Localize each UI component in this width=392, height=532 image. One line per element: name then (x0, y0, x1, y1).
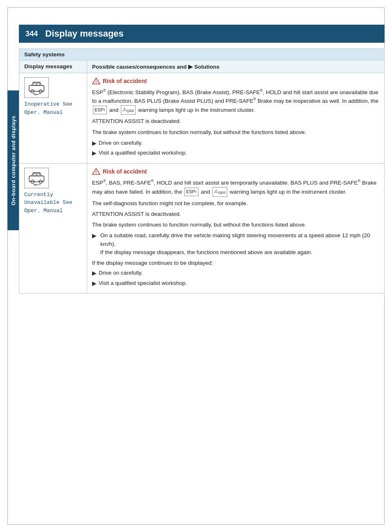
risk-triangle-icon-2: ! (92, 168, 100, 175)
header-bar: 344 Display messages (19, 25, 385, 43)
solutions-cell-1: ! Risk of accident ESP® (Electronic Stab… (87, 73, 385, 164)
display-code-2: Currently Unavailable See Oper. Manual (24, 191, 82, 215)
svg-rect-11 (37, 173, 39, 176)
table-row: Inoperative See Oper. Manual ! Risk of a… (19, 73, 385, 164)
inline-icon-off: ⚠OFF (121, 105, 136, 115)
car-icon-2 (28, 170, 46, 186)
para-2-3: ATTENTION ASSIST is deactivated. (92, 210, 379, 218)
car-icon-box-2 (24, 168, 49, 188)
page-title: Display messages (45, 28, 124, 39)
display-cell-2: Currently Unavailable See Oper. Manual (19, 163, 87, 293)
para-2-4: The brake system continues to function n… (92, 221, 379, 229)
para-2-2: The self-diagnosis function might not be… (92, 199, 379, 208)
risk-header-1: ! Risk of accident (92, 77, 379, 85)
display-cell-1: Inoperative See Oper. Manual (19, 73, 87, 164)
para-2-1: ESP®, BAS, PRE-SAFE®, HOLD and hill star… (92, 178, 379, 197)
svg-rect-3 (34, 83, 36, 86)
svg-rect-10 (34, 173, 36, 176)
inline-icon-esp: ESP♮ (93, 106, 107, 114)
page-number: 344 (25, 30, 38, 38)
solutions-cell-2: ! Risk of accident ESP®, BAS, PRE-SAFE®,… (87, 163, 385, 293)
para-2-continuation: If the display message continues to be d… (92, 259, 379, 267)
svg-text:!: ! (95, 170, 97, 174)
bullet-2-indent: ▶ On a suitable road, carefully drive th… (92, 231, 379, 257)
risk-header-2: ! Risk of accident (92, 168, 379, 175)
page-border-top (7, 7, 385, 8)
bullet-1-1: ▶ Drive on carefully. (92, 139, 379, 148)
bullet-2-1: ▶ Drive on carefully. (92, 269, 379, 278)
car-icon-box-1 (24, 77, 49, 98)
inline-icon-off-2: ⚠OFF (212, 187, 227, 197)
main-content: Safety systems Display messages Possible… (19, 49, 385, 520)
bullet-2-2: ▶ Visit a qualified specialist workshop. (92, 279, 379, 288)
main-table: Display messages Possible causes/consequ… (19, 60, 385, 294)
page-border-bottom (7, 524, 385, 525)
car-icon (28, 80, 46, 95)
risk-triangle-icon-1: ! (92, 77, 100, 85)
para-1-3: The brake system continues to function n… (92, 128, 379, 136)
page-border-left (7, 7, 8, 525)
side-tab: On-board computer and displays (7, 90, 19, 230)
side-tab-label: On-board computer and displays (10, 116, 16, 206)
para-1-1: ESP® (Electronic Stability Program), BAS… (92, 88, 379, 115)
display-code-1: Inoperative See Oper. Manual (24, 100, 82, 116)
svg-text:!: ! (95, 79, 97, 84)
bullet-1-2: ▶ Visit a qualified specialist workshop. (92, 149, 379, 157)
col-header-solutions: Possible causes/consequences and ▶ Solut… (87, 60, 385, 73)
svg-rect-4 (37, 83, 39, 86)
para-1-2: ATTENTION ASSIST is deactivated. (92, 117, 379, 125)
inline-icon-esp-2: ESP♮ (184, 187, 198, 196)
col-header-display: Display messages (19, 60, 87, 73)
section-header: Safety systems (19, 49, 385, 60)
table-row: Currently Unavailable See Oper. Manual !… (19, 163, 385, 293)
